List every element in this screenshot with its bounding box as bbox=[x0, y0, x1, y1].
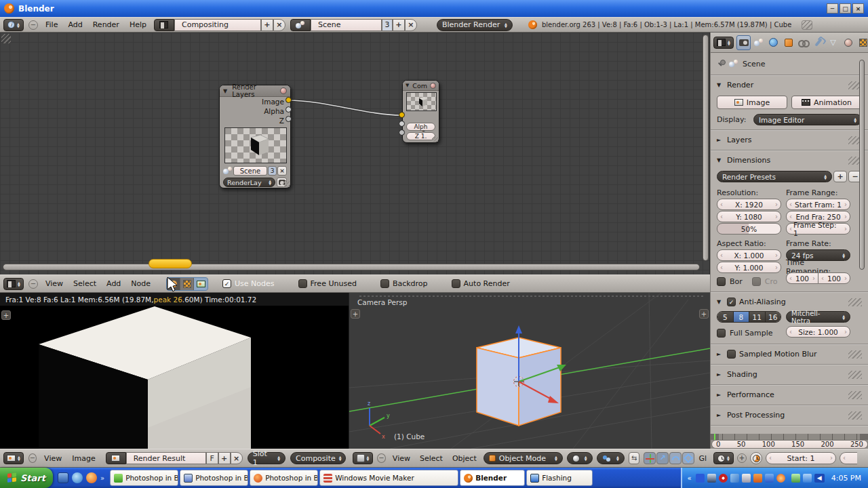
node-scene-field[interactable]: Scene bbox=[233, 166, 267, 176]
menu-node[interactable]: Node bbox=[128, 279, 153, 288]
compositing-nodes-button[interactable] bbox=[194, 278, 208, 290]
image-datablock-icon-button[interactable] bbox=[106, 452, 126, 464]
start-button[interactable]: Start bbox=[0, 468, 53, 488]
collapse-menus-button[interactable] bbox=[28, 279, 38, 289]
render-engine-dropdown[interactable]: Blender Render bbox=[437, 19, 513, 31]
editor-type-info-button[interactable]: i bbox=[3, 19, 24, 31]
playback-sync-button[interactable] bbox=[750, 452, 762, 464]
volume-icon[interactable]: ◀ bbox=[814, 474, 825, 483]
editor-type-image-button[interactable] bbox=[3, 452, 24, 464]
aa-samples-5[interactable]: 5 bbox=[717, 312, 734, 322]
node-resize-grip[interactable] bbox=[432, 136, 438, 142]
render-layers-node[interactable]: Render Layers Image Alpha Z Scene 3 Rend… bbox=[219, 85, 291, 188]
tab-constraints[interactable] bbox=[796, 35, 810, 50]
taskbar-item-photoshop-2[interactable]: Photoshop in Blend... bbox=[180, 470, 248, 486]
end-frame-field-cut[interactable]: ‹ bbox=[840, 452, 857, 464]
aa-samples-16[interactable]: 16 bbox=[766, 312, 781, 322]
anti-aliasing-checkbox[interactable] bbox=[727, 298, 736, 306]
composite-node[interactable]: Com Image Alph Z 1. bbox=[402, 80, 439, 143]
tray-icon-6[interactable] bbox=[753, 474, 762, 483]
delete-scene-button[interactable] bbox=[405, 19, 417, 31]
frame-start-field[interactable]: ‹Start Fram: 1› bbox=[786, 199, 850, 210]
aspect-x-field[interactable]: ‹X: 1.000› bbox=[717, 249, 781, 261]
menu-select[interactable]: Select bbox=[417, 454, 446, 463]
taskbar-item-movie-maker[interactable]: Windows Movie Maker bbox=[319, 470, 458, 486]
menu-view[interactable]: View bbox=[41, 454, 64, 463]
display-dropdown[interactable]: Image Editor bbox=[753, 114, 862, 125]
minimize-button[interactable]: ─ bbox=[827, 3, 838, 14]
screen-layout-icon-button[interactable] bbox=[154, 19, 174, 31]
motion-blur-panel-header[interactable]: Sampled Motion Blur bbox=[717, 348, 862, 361]
horizontal-scrollbar[interactable] bbox=[3, 264, 700, 270]
manipulator-toggle-button[interactable] bbox=[644, 452, 656, 464]
scale-manipulator-button[interactable] bbox=[682, 452, 694, 464]
translate-manipulator-button[interactable] bbox=[656, 452, 669, 464]
render-panel-header[interactable]: Render bbox=[717, 79, 862, 92]
timeline-scrollbar[interactable]: 0 50 100 150 200 250 bbox=[711, 440, 868, 449]
backdrop-toggle[interactable]: Backdrop bbox=[380, 279, 428, 288]
tray-icon-2[interactable] bbox=[707, 474, 716, 483]
rotate-manipulator-button[interactable] bbox=[669, 452, 682, 464]
menu-image[interactable]: Image bbox=[69, 454, 98, 463]
firefox-icon[interactable] bbox=[86, 472, 97, 483]
render-layer-dropdown[interactable]: RenderLay bbox=[223, 178, 275, 187]
resolution-percentage-slider[interactable]: 50% bbox=[717, 223, 781, 235]
transform-orientation-label[interactable]: Gl bbox=[698, 454, 707, 463]
tray-icon-1[interactable] bbox=[696, 474, 705, 483]
scene-field[interactable]: Scene bbox=[311, 19, 382, 31]
add-scene-button[interactable] bbox=[393, 19, 405, 31]
timeline-ruler[interactable]: 0 50 100 150 200 250 bbox=[710, 434, 868, 449]
collapse-menus-button[interactable] bbox=[28, 453, 37, 463]
screen-layout-field[interactable]: Compositing bbox=[174, 19, 261, 31]
post-processing-panel-header[interactable]: Post Processing bbox=[717, 409, 862, 422]
taskbar-item-blender[interactable]: Blender bbox=[460, 470, 525, 486]
image-input-socket[interactable] bbox=[399, 112, 405, 118]
editor-type-3d-button[interactable] bbox=[353, 452, 373, 464]
image-output-socket[interactable] bbox=[285, 97, 292, 103]
new-image-button[interactable] bbox=[218, 452, 231, 464]
viewport-3d[interactable]: z y x Camera Persp (1) Cube bbox=[349, 293, 710, 449]
tab-particles[interactable] bbox=[826, 35, 840, 50]
node-collapse-icon[interactable] bbox=[223, 88, 229, 94]
mode-dropdown[interactable]: Object Mode bbox=[484, 452, 563, 464]
editor-type-properties-button[interactable] bbox=[713, 37, 734, 49]
use-nodes-checkbox[interactable] bbox=[222, 279, 231, 288]
dimensions-panel-header[interactable]: Dimensions bbox=[717, 154, 862, 167]
scene-users-count[interactable]: 3 bbox=[382, 19, 393, 31]
motion-blur-checkbox[interactable] bbox=[727, 350, 736, 359]
node-scene-unlink-button[interactable] bbox=[277, 166, 287, 176]
node-resize-grip[interactable] bbox=[283, 180, 290, 187]
menu-add[interactable]: Add bbox=[65, 20, 85, 29]
performance-panel-header[interactable]: Performance bbox=[717, 388, 862, 401]
slot-dropdown[interactable]: Slot 1 bbox=[248, 452, 285, 464]
taskbar-item-photoshop-1[interactable]: Photoshop in Blend... bbox=[110, 470, 178, 486]
tray-icon-9[interactable] bbox=[791, 474, 800, 483]
auto-render-checkbox[interactable] bbox=[452, 279, 460, 288]
texture-nodes-button[interactable] bbox=[180, 278, 194, 290]
scene-icon-button[interactable] bbox=[290, 19, 311, 31]
frame-step-field[interactable]: ‹Frame Step: 1› bbox=[786, 223, 850, 235]
start-frame-field[interactable]: ‹Start: 1› bbox=[766, 452, 836, 464]
pin-icon[interactable] bbox=[717, 60, 725, 68]
resolution-x-field[interactable]: ‹X: 1920› bbox=[717, 199, 781, 210]
resize-grip-icon[interactable] bbox=[802, 20, 812, 30]
alpha-input-socket[interactable] bbox=[399, 121, 405, 127]
crop-checkbox[interactable] bbox=[752, 277, 761, 286]
fake-user-button[interactable]: F bbox=[206, 452, 218, 464]
aa-size-field[interactable]: ‹Size: 1.000› bbox=[786, 326, 850, 338]
free-unused-checkbox[interactable] bbox=[298, 279, 307, 288]
node-editor-canvas[interactable]: Render Layers Image Alpha Z Scene 3 Rend… bbox=[0, 33, 710, 274]
maximize-button[interactable]: □ bbox=[840, 3, 851, 14]
pass-dropdown[interactable]: Composite bbox=[290, 452, 346, 464]
free-unused-toggle[interactable]: Free Unused bbox=[298, 279, 357, 288]
render-image-button[interactable]: Image bbox=[717, 96, 787, 109]
collapse-menus-button[interactable] bbox=[377, 453, 386, 463]
quick-launch-overflow-chevron[interactable]: » bbox=[100, 474, 104, 482]
expand-menus-button[interactable] bbox=[737, 453, 747, 463]
alpha-output-socket[interactable] bbox=[285, 106, 292, 113]
editor-type-node-button[interactable] bbox=[3, 278, 24, 290]
properties-scrollbar[interactable] bbox=[859, 60, 865, 270]
internet-explorer-icon[interactable] bbox=[72, 472, 83, 483]
tray-icon-7[interactable] bbox=[765, 474, 774, 483]
menu-file[interactable]: File bbox=[43, 20, 60, 29]
